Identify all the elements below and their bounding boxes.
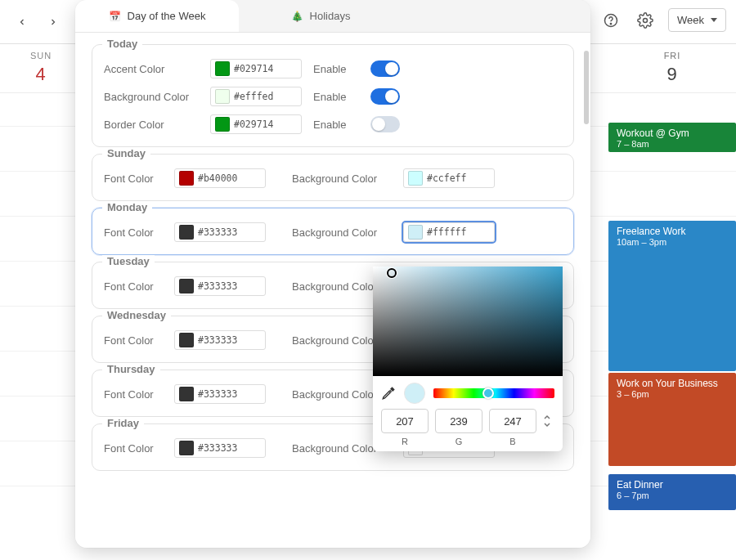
color-mode-toggle[interactable] bbox=[543, 414, 554, 441]
next-button[interactable] bbox=[43, 11, 64, 33]
event-time: 7 – 8am bbox=[617, 139, 728, 149]
b-label: B bbox=[489, 437, 536, 446]
hue-slider[interactable] bbox=[433, 388, 554, 398]
event-title: Work on Your Business bbox=[617, 378, 728, 389]
font-color-input[interactable]: #333333 bbox=[174, 222, 266, 242]
font-color-label: Font Color bbox=[104, 334, 163, 347]
color-b-input[interactable] bbox=[489, 409, 536, 433]
day-number: 4 bbox=[0, 64, 82, 85]
color-value: #333333 bbox=[198, 226, 237, 238]
color-swatch bbox=[179, 225, 194, 240]
border-color-label: Border Color bbox=[104, 119, 199, 131]
section-today: Today Accent Color #029714 Enable Backgr… bbox=[92, 44, 574, 147]
accent-color-label: Accent Color bbox=[104, 63, 199, 75]
font-color-input[interactable]: #333333 bbox=[174, 438, 266, 458]
prev-button[interactable] bbox=[11, 11, 33, 33]
font-color-label: Font Color bbox=[104, 442, 163, 455]
color-value: #efffed bbox=[234, 91, 273, 102]
event-title: Workout @ Gym bbox=[617, 128, 728, 139]
background-color-input[interactable]: #efffed bbox=[210, 87, 302, 106]
background-enable-toggle[interactable] bbox=[370, 88, 400, 105]
color-value: #333333 bbox=[198, 442, 237, 454]
color-swatch bbox=[408, 225, 423, 240]
border-color-input[interactable]: #029714 bbox=[210, 114, 302, 134]
calendar-event[interactable]: Work on Your Business3 – 6pm bbox=[608, 373, 736, 466]
color-value: #029714 bbox=[234, 63, 273, 74]
settings-button[interactable] bbox=[634, 9, 657, 32]
font-color-label: Font Color bbox=[104, 280, 163, 293]
color-value: #333333 bbox=[198, 388, 237, 400]
color-swatch bbox=[408, 171, 423, 186]
background-color-input[interactable]: #ccfeff bbox=[403, 168, 495, 188]
tab-label: Holidays bbox=[310, 10, 351, 22]
color-value: #ccfeff bbox=[427, 172, 466, 184]
section-title: Thursday bbox=[102, 363, 160, 375]
event-time: 6 – 7pm bbox=[617, 491, 728, 500]
color-swatch bbox=[179, 441, 194, 455]
color-g-input[interactable] bbox=[435, 409, 482, 433]
r-label: R bbox=[381, 437, 429, 446]
font-color-label: Font Color bbox=[104, 226, 163, 239]
border-enable-toggle[interactable] bbox=[370, 116, 400, 132]
font-color-label: Font Color bbox=[104, 172, 163, 185]
font-color-input[interactable]: #b40000 bbox=[174, 168, 266, 188]
color-swatch bbox=[215, 117, 230, 132]
section-sunday: SundayFont Color#b40000Background Color#… bbox=[92, 154, 574, 201]
calendar-event[interactable]: Eat Dinner6 – 7pm bbox=[608, 474, 736, 510]
font-color-label: Font Color bbox=[104, 388, 163, 401]
day-label: SUN bbox=[0, 51, 82, 60]
chevron-right-icon bbox=[48, 17, 58, 27]
tab-day-of-week[interactable]: 📅 Day of the Week bbox=[75, 0, 239, 32]
caret-down-icon bbox=[711, 18, 717, 22]
svg-point-1 bbox=[610, 23, 611, 24]
day-label: FRI bbox=[608, 51, 736, 60]
color-swatch bbox=[179, 171, 194, 186]
help-icon bbox=[603, 12, 619, 29]
gear-icon bbox=[637, 12, 653, 29]
svg-point-2 bbox=[644, 18, 648, 22]
section-title: Tuesday bbox=[102, 255, 155, 267]
font-color-input[interactable]: #333333 bbox=[174, 330, 266, 350]
updown-icon bbox=[543, 414, 551, 428]
section-title: Today bbox=[102, 38, 142, 50]
enable-label: Enable bbox=[313, 119, 359, 131]
color-swatch bbox=[215, 61, 230, 76]
scrollbar-thumb[interactable] bbox=[584, 51, 589, 124]
font-color-input[interactable]: #333333 bbox=[174, 384, 266, 404]
eyedropper-button[interactable] bbox=[381, 386, 396, 401]
calendar-event[interactable]: Freelance Work10am – 3pm bbox=[608, 221, 736, 371]
hue-slider-thumb[interactable] bbox=[482, 388, 494, 399]
sv-cursor[interactable] bbox=[387, 268, 397, 278]
color-value: #333333 bbox=[198, 334, 237, 346]
color-r-input[interactable] bbox=[381, 409, 429, 433]
color-value: #333333 bbox=[198, 280, 237, 292]
background-color-label: Background Color bbox=[292, 172, 392, 185]
g-label: G bbox=[435, 437, 482, 446]
event-time: 3 – 6pm bbox=[617, 389, 728, 399]
event-title: Eat Dinner bbox=[617, 479, 728, 491]
color-swatch bbox=[179, 387, 194, 401]
accent-color-input[interactable]: #029714 bbox=[210, 59, 302, 78]
view-select[interactable]: Week bbox=[668, 8, 726, 32]
color-swatch bbox=[179, 279, 194, 293]
event-title: Freelance Work bbox=[617, 226, 728, 237]
section-monday: MondayFont Color#333333Background Color#… bbox=[92, 208, 574, 255]
color-saturation-value[interactable] bbox=[373, 267, 563, 376]
font-color-input[interactable]: #333333 bbox=[174, 276, 266, 296]
calendar-event[interactable]: Workout @ Gym7 – 8am bbox=[608, 123, 736, 152]
color-value: #029714 bbox=[234, 119, 273, 130]
section-title: Friday bbox=[102, 417, 144, 429]
tree-icon: 🎄 bbox=[291, 11, 303, 22]
view-select-label: Week bbox=[677, 14, 704, 26]
background-color-input[interactable]: #ffffff bbox=[403, 222, 495, 242]
tab-holidays[interactable]: 🎄 Holidays bbox=[239, 0, 402, 32]
accent-enable-toggle[interactable] bbox=[370, 60, 400, 77]
event-time: 10am – 3pm bbox=[617, 237, 728, 247]
eyedropper-icon bbox=[381, 386, 396, 401]
section-title: Sunday bbox=[102, 147, 150, 159]
help-button[interactable] bbox=[599, 9, 622, 32]
color-swatch bbox=[215, 89, 230, 104]
color-value: #b40000 bbox=[198, 172, 237, 184]
topbar-right: Week bbox=[599, 8, 726, 32]
enable-label: Enable bbox=[313, 63, 359, 75]
